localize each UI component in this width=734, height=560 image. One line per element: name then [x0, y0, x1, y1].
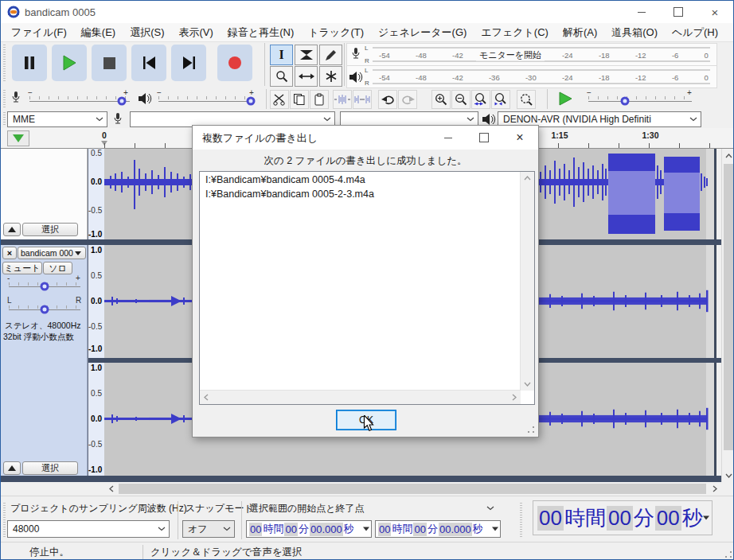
- dialog-message: 次の 2 ファイルの書き出しに成功しました。: [193, 154, 538, 168]
- dialog-minimize-button[interactable]: [430, 126, 466, 150]
- vertical-scroll-thumb[interactable]: [724, 164, 734, 450]
- draw-tool-button[interactable]: [319, 45, 342, 65]
- dialog-close-button[interactable]: ×: [502, 126, 538, 150]
- playback-meter[interactable]: L R -54-48-42-36-30-24-18-12-60: [346, 65, 717, 88]
- menu-item[interactable]: ヘルプ(H): [665, 23, 725, 42]
- monitor-start-label[interactable]: モニターを開始: [476, 49, 545, 60]
- mixer-grip[interactable]: [3, 90, 6, 107]
- zoom-out-button[interactable]: [451, 90, 470, 109]
- scroll-left-arrow[interactable]: [104, 482, 118, 496]
- menu-item[interactable]: 表示(V): [172, 23, 221, 42]
- track2-control-panel[interactable]: × bandicam 000 ミュート ソロ - + L R ステレオ、4800…: [1, 245, 88, 476]
- transport-grip[interactable]: [3, 45, 6, 83]
- paste-button[interactable]: [310, 90, 329, 109]
- fit-project-button[interactable]: [491, 90, 510, 109]
- undo-button[interactable]: [378, 90, 397, 109]
- device-grip[interactable]: [3, 112, 6, 126]
- selbar-grip[interactable]: [3, 503, 6, 538]
- track1-select-button[interactable]: 選択: [22, 223, 78, 236]
- skip-to-end-button[interactable]: [171, 45, 206, 81]
- dialog-maximize-button[interactable]: [466, 126, 502, 150]
- menu-item[interactable]: ジェネレーター(G): [371, 23, 474, 42]
- list-scroll-up-arrow[interactable]: [521, 172, 534, 185]
- playback-volume-thumb[interactable]: [247, 97, 256, 106]
- scroll-up-arrow[interactable]: [722, 149, 734, 162]
- list-scroll-down-arrow[interactable]: [521, 378, 534, 391]
- minimize-button[interactable]: [623, 1, 660, 23]
- exported-files-list[interactable]: I:¥Bandicam¥bandicam 0005-4.m4aI:¥Bandic…: [199, 171, 535, 405]
- track2-mute-button[interactable]: ミュート: [2, 262, 42, 274]
- scroll-right-arrow[interactable]: [708, 482, 721, 496]
- horizontal-scroll-thumb[interactable]: [119, 484, 706, 494]
- play-speed-slider[interactable]: [588, 101, 692, 102]
- dialog-resize-grip[interactable]: [527, 426, 535, 434]
- skip-to-start-button[interactable]: [131, 45, 166, 81]
- list-horizontal-scrollbar[interactable]: [200, 390, 521, 404]
- track2-pan-thumb[interactable]: [41, 305, 49, 314]
- track2-title-button[interactable]: bandicam 000: [18, 247, 86, 259]
- project-rate-select[interactable]: 48000: [7, 520, 170, 538]
- pause-button[interactable]: [12, 45, 47, 81]
- track2-gain-thumb[interactable]: [41, 282, 49, 291]
- close-button[interactable]: ×: [697, 1, 733, 23]
- track2-collapse-button[interactable]: [3, 461, 21, 475]
- vertical-scrollbar[interactable]: [721, 149, 734, 482]
- track2-solo-button[interactable]: ソロ: [43, 262, 72, 274]
- redo-button[interactable]: [398, 90, 417, 109]
- time-digits: 00: [413, 523, 426, 536]
- timer-grip[interactable]: [520, 503, 522, 538]
- track1-control-panel[interactable]: 選択: [1, 149, 88, 239]
- dialog-title-bar[interactable]: 複数ファイルの書き出し ×: [193, 126, 538, 150]
- play-button[interactable]: [52, 45, 87, 81]
- play-speed-thumb[interactable]: [621, 97, 630, 106]
- menu-item[interactable]: 選択(S): [123, 23, 171, 42]
- track2-close-button[interactable]: ×: [2, 247, 17, 259]
- menu-item[interactable]: 編集(E): [74, 23, 123, 42]
- zoom-in-button[interactable]: [431, 90, 451, 109]
- copy-button[interactable]: [290, 90, 309, 109]
- stop-button[interactable]: [92, 45, 127, 81]
- menu-item[interactable]: ファイル(F): [4, 23, 74, 42]
- menu-item[interactable]: エフェクト(C): [474, 23, 556, 42]
- selection-tool-button[interactable]: I: [270, 45, 293, 65]
- menu-item[interactable]: 解析(A): [556, 23, 604, 42]
- selection-end-time[interactable]: 00時間00分00.000秒: [375, 520, 501, 538]
- zoom-tool-button[interactable]: [270, 66, 293, 87]
- list-vertical-scrollbar[interactable]: [520, 172, 534, 391]
- menu-item[interactable]: トラック(T): [301, 23, 371, 42]
- silence-selection-button[interactable]: [353, 90, 372, 109]
- track2-select-button[interactable]: 選択: [22, 461, 78, 475]
- envelope-tool-button[interactable]: [295, 45, 318, 65]
- recording-volume-slider[interactable]: [29, 101, 130, 102]
- record-button[interactable]: [217, 45, 252, 81]
- recording-volume-thumb[interactable]: [118, 97, 127, 106]
- menu-item[interactable]: 録音と再生(N): [221, 23, 301, 42]
- exported-file-path[interactable]: I:¥Bandicam¥bandicam 0005-4.m4a: [201, 173, 520, 187]
- recording-meter[interactable]: L R -54-48-42-36-30-24-18-12-60 モニターを開始: [346, 43, 717, 66]
- timeshift-tool-button[interactable]: [295, 66, 318, 87]
- audio-host-select[interactable]: MME: [7, 111, 107, 127]
- scroll-down-arrow[interactable]: [722, 469, 734, 482]
- time-format-dropdown-icon[interactable]: [492, 527, 498, 531]
- exported-file-path[interactable]: I:¥Bandicam¥bandicam 0005-2-3.m4a: [201, 187, 520, 201]
- fit-selection-button[interactable]: [471, 90, 490, 109]
- maximize-button[interactable]: [660, 1, 697, 23]
- menu-item[interactable]: 道具箱(O): [604, 23, 665, 42]
- audio-position-display[interactable]: 00時間00分00秒: [533, 500, 713, 535]
- track1-collapse-button[interactable]: [3, 223, 21, 236]
- cut-button[interactable]: [270, 90, 289, 109]
- trim-outside-selection-button[interactable]: [333, 90, 352, 109]
- snap-select[interactable]: オフ: [182, 520, 235, 538]
- list-scroll-left-arrow[interactable]: [200, 391, 213, 404]
- timeline-options-button[interactable]: [7, 130, 29, 146]
- list-scroll-right-arrow[interactable]: [508, 391, 521, 404]
- resize-grip[interactable]: [724, 550, 732, 558]
- play-at-speed-button[interactable]: [556, 90, 574, 107]
- time-format-dropdown-icon[interactable]: [363, 527, 369, 531]
- zoom-toggle-button[interactable]: [517, 90, 536, 109]
- selection-range-select[interactable]: 選択範囲の開始点と終了点: [249, 500, 502, 516]
- multi-tool-button[interactable]: [319, 66, 342, 87]
- time-format-dropdown-icon[interactable]: [703, 516, 709, 520]
- playback-volume-slider[interactable]: [158, 101, 254, 102]
- selection-start-time[interactable]: 00時間00分00.000秒: [246, 520, 372, 538]
